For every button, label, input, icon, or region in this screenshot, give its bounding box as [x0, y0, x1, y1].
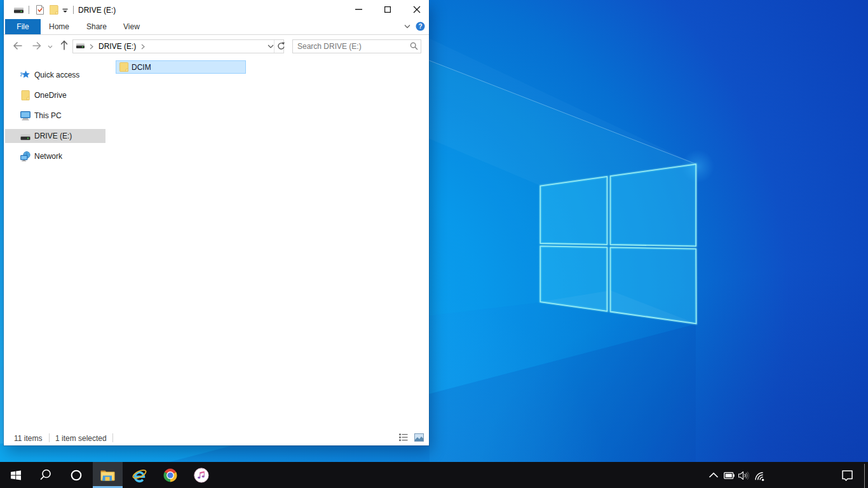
- svg-text:?: ?: [418, 23, 422, 30]
